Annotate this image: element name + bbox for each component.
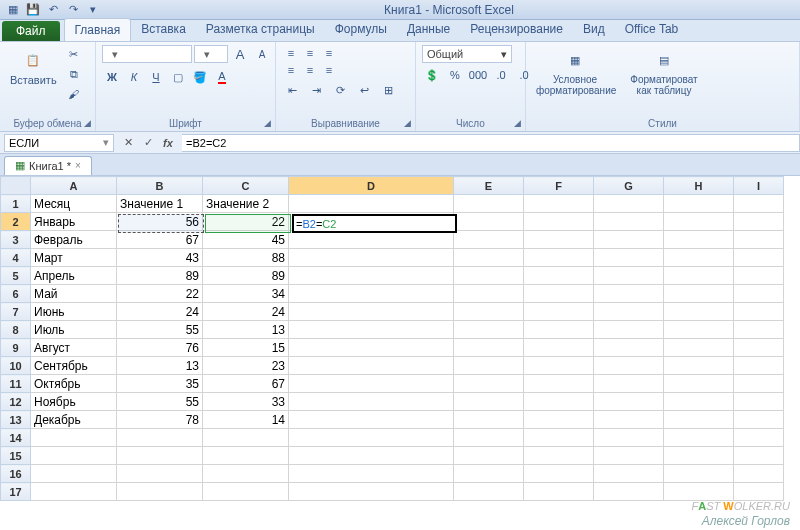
cell-G4[interactable]	[594, 249, 664, 267]
col-header-D[interactable]: D	[289, 177, 454, 195]
cell-B9[interactable]: 76	[117, 339, 203, 357]
cell-F9[interactable]	[524, 339, 594, 357]
col-header-G[interactable]: G	[594, 177, 664, 195]
bold-button[interactable]: Ж	[102, 68, 122, 86]
row-header-8[interactable]: 8	[1, 321, 31, 339]
cell-G5[interactable]	[594, 267, 664, 285]
cell-H9[interactable]	[664, 339, 734, 357]
cell-H7[interactable]	[664, 303, 734, 321]
cell-D15[interactable]	[289, 447, 454, 465]
cell-E12[interactable]	[454, 393, 524, 411]
cell-I2[interactable]	[734, 213, 784, 231]
cell-E1[interactable]	[454, 195, 524, 213]
cell-H14[interactable]	[664, 429, 734, 447]
row-header-4[interactable]: 4	[1, 249, 31, 267]
ribbon-tab-вид[interactable]: Вид	[573, 18, 615, 41]
cell-E3[interactable]	[454, 231, 524, 249]
cell-G16[interactable]	[594, 465, 664, 483]
cell-H2[interactable]	[664, 213, 734, 231]
cell-G10[interactable]	[594, 357, 664, 375]
cell-I5[interactable]	[734, 267, 784, 285]
cell-A1[interactable]: Месяц	[31, 195, 117, 213]
cell-D9[interactable]	[289, 339, 454, 357]
align-middle-icon[interactable]: ≡	[301, 45, 319, 61]
number-format-select[interactable]: Общий▾	[422, 45, 512, 63]
cell-I15[interactable]	[734, 447, 784, 465]
wrap-text-icon[interactable]: ↩	[354, 81, 374, 99]
cell-I16[interactable]	[734, 465, 784, 483]
cell-F12[interactable]	[524, 393, 594, 411]
currency-icon[interactable]: 💲	[422, 66, 442, 84]
cell-A13[interactable]: Декабрь	[31, 411, 117, 429]
ribbon-tab-формулы[interactable]: Формулы	[325, 18, 397, 41]
cell-G2[interactable]	[594, 213, 664, 231]
cell-F11[interactable]	[524, 375, 594, 393]
cell-A6[interactable]: Май	[31, 285, 117, 303]
cell-F13[interactable]	[524, 411, 594, 429]
cell-H10[interactable]	[664, 357, 734, 375]
cell-H12[interactable]	[664, 393, 734, 411]
cell-E17[interactable]	[454, 483, 524, 501]
cell-H8[interactable]	[664, 321, 734, 339]
cell-C16[interactable]	[203, 465, 289, 483]
cell-I10[interactable]	[734, 357, 784, 375]
cell-F4[interactable]	[524, 249, 594, 267]
grow-font-icon[interactable]: A	[230, 45, 250, 63]
editing-cell-d2[interactable]: =B2=C2	[292, 214, 457, 233]
dialog-launcher-icon[interactable]: ◢	[81, 117, 93, 129]
col-header-H[interactable]: H	[664, 177, 734, 195]
cell-G9[interactable]	[594, 339, 664, 357]
cell-E14[interactable]	[454, 429, 524, 447]
paste-button[interactable]: 📋 Вставить	[6, 45, 61, 88]
cell-A4[interactable]: Март	[31, 249, 117, 267]
cell-E11[interactable]	[454, 375, 524, 393]
cell-B11[interactable]: 35	[117, 375, 203, 393]
cell-A10[interactable]: Сентябрь	[31, 357, 117, 375]
qat-dropdown-icon[interactable]: ▾	[84, 2, 102, 18]
percent-icon[interactable]: %	[445, 66, 465, 84]
cell-F14[interactable]	[524, 429, 594, 447]
cell-D7[interactable]	[289, 303, 454, 321]
formula-input[interactable]: =B2=C2	[182, 134, 800, 152]
ribbon-tab-вставка[interactable]: Вставка	[131, 18, 196, 41]
cell-C6[interactable]: 34	[203, 285, 289, 303]
cell-F15[interactable]	[524, 447, 594, 465]
cell-F7[interactable]	[524, 303, 594, 321]
align-right-icon[interactable]: ≡	[320, 62, 338, 78]
cell-D12[interactable]	[289, 393, 454, 411]
conditional-formatting-button[interactable]: ▦ Условное форматирование	[532, 45, 618, 98]
cell-D16[interactable]	[289, 465, 454, 483]
cell-D3[interactable]	[289, 231, 454, 249]
cell-G8[interactable]	[594, 321, 664, 339]
cut-icon[interactable]: ✂	[64, 45, 84, 63]
row-header-16[interactable]: 16	[1, 465, 31, 483]
align-left-icon[interactable]: ≡	[282, 62, 300, 78]
cell-A5[interactable]: Апрель	[31, 267, 117, 285]
cell-B3[interactable]: 67	[117, 231, 203, 249]
border-icon[interactable]: ▢	[168, 68, 188, 86]
cell-C9[interactable]: 15	[203, 339, 289, 357]
col-header-C[interactable]: C	[203, 177, 289, 195]
cell-F16[interactable]	[524, 465, 594, 483]
cell-B14[interactable]	[117, 429, 203, 447]
cell-E7[interactable]	[454, 303, 524, 321]
cell-F17[interactable]	[524, 483, 594, 501]
row-header-1[interactable]: 1	[1, 195, 31, 213]
ribbon-tab-главная[interactable]: Главная	[64, 18, 132, 41]
cell-F3[interactable]	[524, 231, 594, 249]
shrink-font-icon[interactable]: A	[252, 45, 272, 63]
row-header-2[interactable]: 2	[1, 213, 31, 231]
cell-I11[interactable]	[734, 375, 784, 393]
cell-C4[interactable]: 88	[203, 249, 289, 267]
redo-icon[interactable]: ↷	[64, 2, 82, 18]
cell-C7[interactable]: 24	[203, 303, 289, 321]
cell-B16[interactable]	[117, 465, 203, 483]
cell-D13[interactable]	[289, 411, 454, 429]
cell-G15[interactable]	[594, 447, 664, 465]
cell-D1[interactable]	[289, 195, 454, 213]
col-header-B[interactable]: B	[117, 177, 203, 195]
cell-D5[interactable]	[289, 267, 454, 285]
file-tab[interactable]: Файл	[2, 21, 60, 41]
cell-A15[interactable]	[31, 447, 117, 465]
font-family-select[interactable]: ▾	[102, 45, 192, 63]
